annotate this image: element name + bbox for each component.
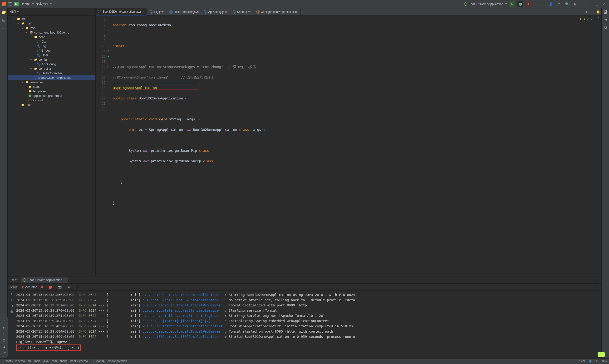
- problems-icon[interactable]: ⊡: [3, 338, 5, 342]
- terminal-icon[interactable]: T: [3, 332, 5, 336]
- console-tab[interactable]: 控制台: [10, 285, 19, 289]
- tab-bootapp[interactable]: CBoot302DemoApplication.java×: [96, 8, 147, 15]
- actuator-tab[interactable]: ◐Actuator: [22, 285, 37, 289]
- inspection-badges[interactable]: ▲1 ✔2 ˄˅: [580, 17, 599, 20]
- tab-hello[interactable]: CHelloController.java: [167, 8, 201, 15]
- tab-sheep[interactable]: CSheep.java: [230, 8, 254, 15]
- project-badge[interactable]: D: [14, 2, 19, 6]
- stop-button[interactable]: ■: [525, 1, 531, 7]
- tree-package[interactable]: ▾📦com.zhong.boot302demo: [8, 30, 95, 35]
- tab-nav-dropdown[interactable]: ▾: [584, 9, 589, 14]
- minimize-panel-icon[interactable]: —: [594, 277, 599, 283]
- tree-file-appprops[interactable]: application.properties: [8, 93, 95, 98]
- settings-icon[interactable]: ⚙: [572, 1, 578, 7]
- breadcrumb-item[interactable]: src: [28, 360, 31, 363]
- stop-icon[interactable]: ■: [39, 284, 44, 290]
- scroll-down-icon[interactable]: ↓: [11, 298, 12, 302]
- tab-configprops[interactable]: @ConfigurationProperties.class: [254, 8, 301, 15]
- tree-folder-config[interactable]: ▾📁config: [8, 57, 95, 62]
- translate-icon[interactable]: 文: [556, 1, 562, 7]
- snapshot-icon[interactable]: 📷: [56, 284, 63, 290]
- minimize-button[interactable]: —: [586, 1, 592, 7]
- code-editor[interactable]: ▲1 ✔2 ˄˅ 1238910111213141516171819202122…: [96, 16, 601, 276]
- run-gutter-icon[interactable]: ▶: [107, 54, 112, 59]
- tree-label: bean: [39, 35, 45, 39]
- search-icon[interactable]: 🔍: [564, 1, 570, 7]
- run-button[interactable]: ▶: [509, 1, 515, 7]
- run-toolwindow-icon[interactable]: ▶: [3, 326, 5, 329]
- run-menu-icon[interactable]: ⋮: [586, 277, 592, 283]
- tree-class-user[interactable]: CUser: [8, 53, 95, 57]
- tree-class-pig[interactable]: CPig: [8, 44, 95, 48]
- project-dropdown[interactable]: Deom1: [21, 2, 34, 6]
- ime-badge[interactable]: [597, 352, 605, 357]
- breadcrumb-item[interactable]: boot3-02-demo: [5, 360, 25, 363]
- soft-wrap-icon[interactable]: ⇥: [10, 304, 13, 308]
- tree-folder-controller[interactable]: ▾📁controller: [8, 66, 95, 71]
- chevron-up-icon[interactable]: ˄: [594, 17, 596, 20]
- vcs-icon[interactable]: ⎇: [2, 351, 6, 355]
- scroll-up-icon[interactable]: ↑: [11, 292, 12, 296]
- tree-folder-test[interactable]: ▸📁test: [8, 103, 95, 107]
- windows-icon[interactable]: ⊞: [589, 360, 592, 363]
- more-tools-icon[interactable]: …: [2, 26, 6, 30]
- code-lines[interactable]: package com.zhong.boot302demo; import ..…: [112, 16, 601, 276]
- beans-icon[interactable]: ⧉: [604, 25, 607, 29]
- tab-pig[interactable]: CPig.java: [147, 8, 167, 15]
- close-button[interactable]: ✕: [602, 1, 607, 7]
- breadcrumb-item[interactable]: boot302demo: [70, 360, 88, 363]
- tree-folder-resources[interactable]: ▾📁resources: [8, 80, 95, 84]
- breadcrumb-item[interactable]: main: [34, 360, 40, 363]
- tree-folder-java[interactable]: ▾📁java: [8, 26, 95, 30]
- tree-folder-templates[interactable]: 📁templates: [8, 89, 95, 93]
- record-icon[interactable]: ⬤: [47, 284, 53, 290]
- vcs-dropdown[interactable]: 版本控制: [36, 2, 52, 6]
- tree-class-hello[interactable]: CHelloController: [8, 71, 95, 75]
- tree-folder-src[interactable]: ▾📁src: [8, 17, 95, 21]
- tree-class-appconfig[interactable]: CAppConfig: [8, 62, 95, 66]
- run-gutter-icon[interactable]: ⦸: [107, 49, 112, 54]
- tab-menu-icon[interactable]: ⋮: [589, 9, 595, 14]
- run-gutter-icon[interactable]: ▶: [107, 64, 112, 69]
- chevron-down-icon[interactable]: ˅: [597, 17, 599, 20]
- debug-button[interactable]: ⬤: [517, 1, 523, 7]
- close-icon[interactable]: ×: [65, 278, 66, 282]
- run-tab-config[interactable]: Boot302DemoApplication×: [21, 277, 68, 283]
- breadcrumb[interactable]: ▢ boot3-02-demo›src›main›java›com›zhong›…: [2, 360, 579, 363]
- export-icon[interactable]: ⇲: [66, 284, 71, 290]
- run-tab-title[interactable]: 运行: [10, 277, 20, 283]
- hamburger-icon[interactable]: ☰: [8, 1, 12, 7]
- console-output[interactable]: 2024-05-26T15:10:38.856+08:00 INFO 8624 …: [15, 291, 601, 358]
- tree-file-iocxml[interactable]: </>ioc.xml: [8, 98, 95, 103]
- todo-icon[interactable]: ⊘: [3, 345, 5, 349]
- project-icon[interactable]: 📁: [1, 10, 6, 14]
- bottom-left-toolstrip: ⬡ ▶ T ⊡ ⊘ ⎇: [0, 317, 8, 357]
- notifications-icon[interactable]: 🔔: [595, 9, 601, 14]
- collaborate-icon[interactable]: 👤: [547, 1, 554, 7]
- tree-folder-static[interactable]: 📁static: [8, 84, 95, 89]
- breadcrumb-item[interactable]: zhong: [60, 360, 67, 363]
- maximize-button[interactable]: ▢: [594, 1, 600, 7]
- tree-class-cat[interactable]: CCat: [8, 39, 95, 44]
- breadcrumb-item[interactable]: java: [43, 360, 49, 363]
- run-config-dropdown[interactable]: Boot302DemoApplication: [464, 2, 507, 6]
- more-icon[interactable]: ⋮: [533, 1, 539, 7]
- status-encoding[interactable]: UTF-: [601, 360, 607, 363]
- tree-class-sheep[interactable]: CSheep: [8, 48, 95, 53]
- tree-class-bootapp[interactable]: CBoot302DemoApplication: [8, 75, 95, 80]
- services-icon[interactable]: ⬡: [3, 319, 5, 323]
- tree-folder-bean[interactable]: ▾📁bean: [8, 35, 95, 39]
- breadcrumb-item[interactable]: com: [52, 360, 57, 363]
- filter-icon[interactable]: ⏀: [74, 284, 80, 290]
- tree-folder-main[interactable]: ▾📁main: [8, 21, 95, 26]
- project-header[interactable]: 项目: [8, 8, 95, 16]
- tab-appconfig[interactable]: CAppConfig.java: [201, 8, 230, 15]
- trash-icon[interactable]: 🗑: [10, 310, 13, 313]
- more-icon[interactable]: ⋮: [83, 284, 89, 290]
- maven-icon[interactable]: m: [604, 18, 607, 22]
- structure-icon[interactable]: ⊞: [2, 18, 5, 22]
- status-lineending[interactable]: LF: [595, 360, 598, 363]
- breadcrumb-item[interactable]: CBoot302DemoApplication: [91, 360, 127, 363]
- database-icon[interactable]: 🗄: [604, 10, 607, 14]
- close-icon[interactable]: ×: [143, 10, 145, 13]
